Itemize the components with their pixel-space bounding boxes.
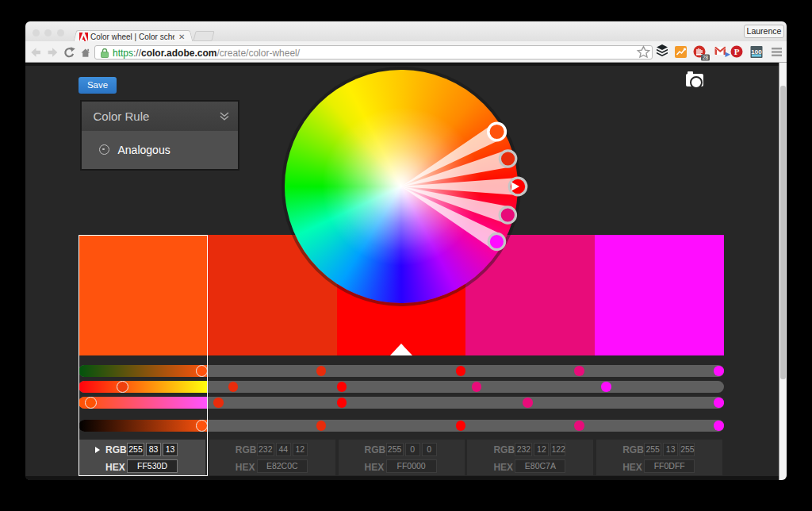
svg-text:P: P: [734, 47, 740, 56]
svg-text:28: 28: [703, 55, 709, 60]
svg-text:100: 100: [751, 48, 762, 56]
